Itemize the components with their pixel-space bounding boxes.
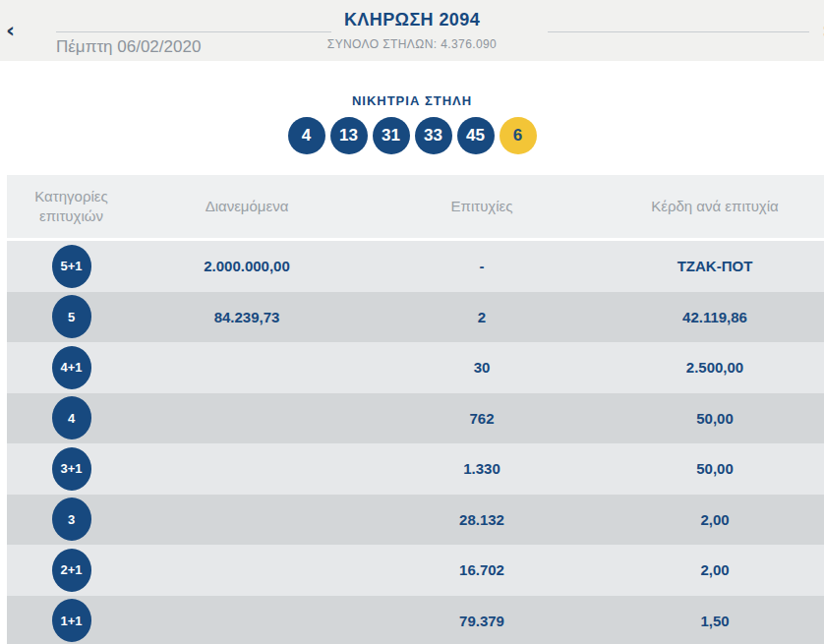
lottery-ball: 13 [330,117,368,154]
prize-value: 2,00 [606,561,824,578]
category-badge: 4+1 [52,346,91,389]
category-badge: 4 [52,396,91,439]
joker-ball: 6 [500,117,537,154]
prize-value: ΤΖΑΚ-ΠΟΤ [606,258,824,274]
results-table: Κατηγορίες επιτυχιών Διανεμόμενα Επιτυχί… [0,175,824,644]
winners-value: 30 [358,359,606,376]
lottery-ball: 33 [415,117,452,154]
draw-navigation-bar: ‹ Πέμπτη 06/02/2020 ΚΛΗΡΩΣΗ 2094 ΣΥΝΟΛΟ … [0,0,824,61]
table-row: 4 762 50,00 [7,393,824,444]
category-badge: 5+1 [52,245,91,288]
table-row: 3+1 1.330 50,00 [7,443,824,495]
draw-title: ΚΛΗΡΩΣΗ 2094 [0,10,824,30]
winners-value: 762 [358,410,606,427]
right-divider [548,31,809,32]
prize-value: 50,00 [606,460,824,477]
draw-results-page: ‹ Πέμπτη 06/02/2020 ΚΛΗΡΩΣΗ 2094 ΣΥΝΟΛΟ … [0,0,824,644]
column-header-categories: Κατηγορίες επιτυχιών [7,187,136,226]
column-header-winners: Επιτυχίες [358,197,606,216]
category-badge: 1+1 [52,599,91,642]
winners-value: 1.330 [358,460,606,477]
column-header-distributed: Διανεμόμενα [136,197,358,216]
winning-column-label: ΝΙΚΗΤΡΙΑ ΣΤΗΛΗ [0,93,824,108]
lottery-ball: 4 [288,117,325,154]
prize-value: 2.500,00 [606,359,824,376]
category-badge: 3+1 [52,447,91,491]
table-row: 3 28.132 2,00 [7,495,824,546]
distributed-value: 84.239,73 [136,309,358,325]
lottery-ball: 45 [457,117,495,154]
prize-value: 2,00 [606,511,824,528]
prize-value: 42.119,86 [606,309,824,325]
winning-numbers: 4133133456 [0,117,824,154]
table-row: 5 84.239,73 2 42.119,86 [7,292,824,343]
table-row: 1+1 79.379 1,50 [7,596,824,644]
table-row: 5+1 2.000.000,00 - ΤΖΑΚ-ΠΟΤ [7,241,824,292]
category-badge: 3 [52,498,91,541]
table-row: 4+1 30 2.500,00 [7,342,824,393]
total-columns-label: ΣΥΝΟΛΟ ΣΤΗΛΩΝ: 4.376.090 [0,37,824,51]
table-row: 2+1 16.702 2,00 [7,545,824,596]
column-header-prize: Κέρδη ανά επιτυχία [606,197,824,216]
prize-value: 50,00 [606,410,824,427]
winners-value: 28.132 [358,511,606,528]
draw-title-block: ΚΛΗΡΩΣΗ 2094 ΣΥΝΟΛΟ ΣΤΗΛΩΝ: 4.376.090 [0,0,824,51]
prize-value: 1,50 [606,613,824,629]
winners-value: 16.702 [358,561,606,578]
winners-value: 2 [358,309,606,325]
lottery-ball: 31 [373,117,410,154]
distributed-value: 2.000.000,00 [136,258,358,274]
category-badge: 5 [52,295,91,338]
winning-column-section: ΝΙΚΗΤΡΙΑ ΣΤΗΛΗ 4133133456 [0,93,824,154]
results-table-header: Κατηγορίες επιτυχιών Διανεμόμενα Επιτυχί… [7,175,824,238]
winners-value: 79.379 [358,613,606,629]
winners-value: - [358,258,606,274]
category-badge: 2+1 [52,549,91,592]
results-table-body: 5+1 2.000.000,00 - ΤΖΑΚ-ΠΟΤ 5 84.239,73 … [7,241,824,644]
